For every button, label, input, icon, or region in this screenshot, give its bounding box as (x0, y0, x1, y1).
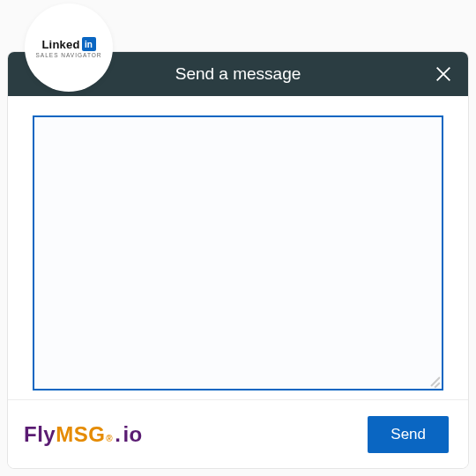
flymsg-logo: FlyMSG®.io (24, 422, 143, 447)
badge-linked-text: Linked (41, 38, 79, 51)
panel-footer: FlyMSG®.io Send (8, 399, 468, 468)
message-input[interactable] (33, 115, 443, 390)
brand-io: io (123, 422, 142, 447)
close-icon (434, 64, 453, 84)
brand-msg: MSG (56, 422, 105, 447)
close-button[interactable] (431, 62, 456, 86)
brand-reg: ® (106, 434, 113, 443)
brand-fly: Fly (24, 422, 56, 447)
brand-dot: . (115, 422, 121, 447)
panel-title: Send a message (175, 64, 301, 84)
send-button[interactable]: Send (368, 416, 449, 453)
panel-body (8, 96, 468, 399)
linkedin-sales-navigator-badge: Linked in SALES NAVIGATOR (25, 4, 113, 92)
message-panel: Send a message FlyMSG®.io Send (7, 51, 469, 469)
linkedin-in-icon: in (82, 37, 96, 51)
badge-subtext: SALES NAVIGATOR (36, 52, 102, 58)
